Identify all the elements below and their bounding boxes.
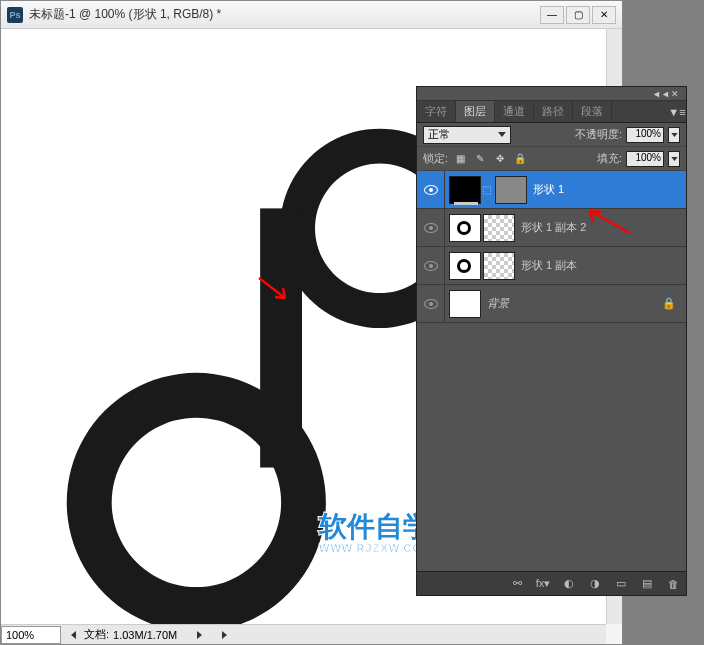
fill-label: 填充: (597, 151, 622, 166)
adjustment-icon[interactable]: ◑ (586, 575, 604, 593)
panel-topbar: ◄◄ ✕ (417, 87, 686, 101)
eye-icon (424, 299, 438, 309)
lock-position-icon[interactable]: ✥ (492, 151, 508, 167)
layer-name[interactable]: 形状 1 (533, 182, 564, 197)
status-next-icon[interactable] (197, 631, 202, 639)
opacity-label: 不透明度: (575, 127, 622, 142)
close-panel-icon[interactable]: ✕ (668, 88, 682, 100)
eye-icon (424, 261, 438, 271)
annotation-arrow-layer (585, 208, 635, 238)
eye-icon (424, 185, 438, 195)
visibility-toggle[interactable] (417, 285, 445, 322)
mask-thumbnail[interactable] (483, 252, 515, 280)
group-icon[interactable]: ▭ (612, 575, 630, 593)
doc-size: 文档: 1.03M/1.70M (76, 627, 177, 642)
tab-channels[interactable]: 通道 (495, 101, 534, 122)
ps-icon: Ps (7, 7, 23, 23)
eye-icon (424, 223, 438, 233)
fill-input[interactable]: 100% (626, 151, 664, 167)
mask-thumbnail[interactable] (495, 176, 527, 204)
blend-mode-select[interactable]: 正常 (423, 126, 511, 144)
mask-icon[interactable]: ◐ (560, 575, 578, 593)
annotation-arrow-canvas (257, 276, 297, 306)
zoom-input[interactable]: 100% (1, 626, 61, 644)
visibility-toggle[interactable] (417, 247, 445, 284)
layer-row[interactable]: ⬚ 形状 1 (417, 171, 686, 209)
fx-icon[interactable]: fx▾ (534, 575, 552, 593)
tab-paragraphs[interactable]: 段落 (573, 101, 612, 122)
fill-slider-icon[interactable] (668, 151, 680, 167)
layer-row[interactable]: 背景 🔒 (417, 285, 686, 323)
panel-footer: ⚯ fx▾ ◐ ◑ ▭ ▤ 🗑 (417, 571, 686, 595)
titlebar: Ps 未标题-1 @ 100% (形状 1, RGB/8) * — ▢ ✕ (1, 1, 622, 29)
layers-panel: ◄◄ ✕ 字符 图层 通道 路径 段落 ▼≡ 正常 不透明度: 100% 锁定:… (416, 86, 687, 596)
minimize-button[interactable]: — (540, 6, 564, 24)
window-title: 未标题-1 @ 100% (形状 1, RGB/8) * (29, 6, 540, 23)
layer-thumbnail[interactable] (449, 252, 481, 280)
link-icon: ⬚ (481, 184, 491, 195)
mask-thumbnail[interactable] (483, 214, 515, 242)
close-button[interactable]: ✕ (592, 6, 616, 24)
layer-name[interactable]: 背景 (487, 296, 509, 311)
opacity-slider-icon[interactable] (668, 127, 680, 143)
panel-menu-icon[interactable]: ▼≡ (668, 101, 686, 122)
statusbar: 100% 文档: 1.03M/1.70M (1, 624, 606, 644)
layer-row[interactable]: 形状 1 副本 (417, 247, 686, 285)
delete-layer-icon[interactable]: 🗑 (664, 575, 682, 593)
layer-row[interactable]: 形状 1 副本 2 (417, 209, 686, 247)
opacity-input[interactable]: 100% (626, 127, 664, 143)
lock-icon: 🔒 (662, 297, 676, 310)
layer-thumbnail[interactable] (449, 176, 481, 204)
lock-label: 锁定: (423, 151, 448, 166)
layer-name[interactable]: 形状 1 副本 2 (521, 220, 586, 235)
blend-row: 正常 不透明度: 100% (417, 123, 686, 147)
lock-row: 锁定: ▦ ✎ ✥ 🔒 填充: 100% (417, 147, 686, 171)
new-layer-icon[interactable]: ▤ (638, 575, 656, 593)
lock-all-icon[interactable]: 🔒 (512, 151, 528, 167)
layer-thumbnail[interactable] (449, 214, 481, 242)
tab-layers[interactable]: 图层 (456, 101, 495, 122)
layers-list: ⬚ 形状 1 形状 1 副本 2 形状 1 副本 背景 🔒 (417, 171, 686, 571)
lock-pixels-icon[interactable]: ✎ (472, 151, 488, 167)
panel-tabs: 字符 图层 通道 路径 段落 ▼≡ (417, 101, 686, 123)
link-layers-icon[interactable]: ⚯ (508, 575, 526, 593)
status-more-icon[interactable] (222, 631, 227, 639)
visibility-toggle[interactable] (417, 209, 445, 246)
tab-character[interactable]: 字符 (417, 101, 456, 122)
layer-name[interactable]: 形状 1 副本 (521, 258, 577, 273)
maximize-button[interactable]: ▢ (566, 6, 590, 24)
tab-paths[interactable]: 路径 (534, 101, 573, 122)
collapse-panel-icon[interactable]: ◄◄ (654, 88, 668, 100)
layer-thumbnail[interactable] (449, 290, 481, 318)
visibility-toggle[interactable] (417, 171, 445, 208)
lock-transparent-icon[interactable]: ▦ (452, 151, 468, 167)
